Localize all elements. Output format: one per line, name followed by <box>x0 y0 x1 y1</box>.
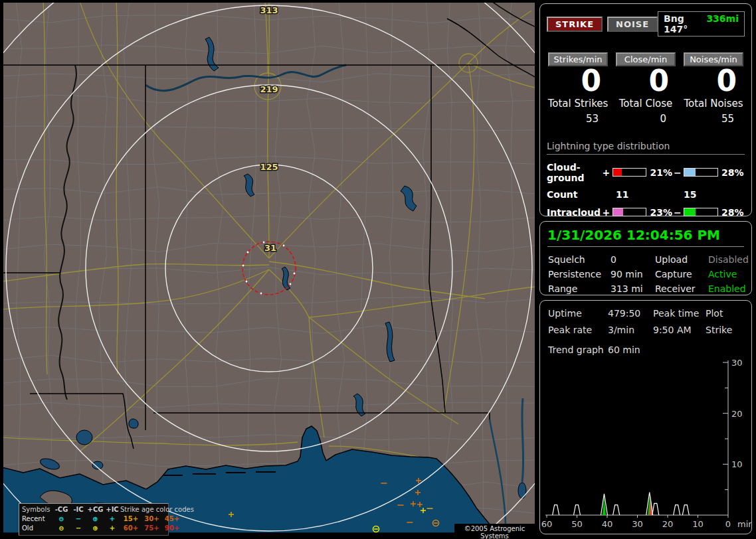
ic-positive-pct: 23% <box>648 207 673 218</box>
bearing-distance: 336mi <box>706 13 739 35</box>
map-legend: Symbols -CG -IC +CG +IC Strike age color… <box>19 503 169 536</box>
recent-neg-ic-icon: − <box>70 514 86 524</box>
noises-per-min-value: 0 <box>680 66 747 96</box>
legend-header-age: Strike age color codes <box>120 505 182 514</box>
cg-negative-count: 15 <box>684 189 696 200</box>
cloud-ground-label: Cloud-ground <box>547 162 602 183</box>
datetime-display: 1/31/2026 12:04:56 PM <box>547 227 744 247</box>
upload-status: Disabled <box>708 254 751 265</box>
upload-label: Upload <box>655 254 708 265</box>
plus-sign: + <box>602 207 611 218</box>
age-code-15: 15+ <box>120 514 142 524</box>
trend-graph-value: 60 min <box>608 345 751 355</box>
persistence-label: Persistence <box>548 269 611 279</box>
svg-text:0: 0 <box>725 519 731 529</box>
svg-text:313: 313 <box>260 5 278 15</box>
svg-text:30: 30 <box>731 358 743 368</box>
age-code-45: 45+ <box>162 514 182 524</box>
bearing-display: Bng 147° 336mi <box>658 11 745 37</box>
strikes-column: Strikes/min 0 Total Strikes 53 <box>544 52 612 125</box>
legend-header-pos-ic: +IC <box>104 505 120 514</box>
svg-text:20: 20 <box>731 409 743 419</box>
legend-row-old-label: Old <box>22 524 52 533</box>
minus-sign: − <box>673 207 682 218</box>
cg-negative-pct: 28% <box>720 167 745 178</box>
count-label: Count <box>547 189 616 200</box>
legend-header-pos-cg: +CG <box>86 505 104 514</box>
plot-value: Strike <box>706 325 751 335</box>
total-close-label: Total Close <box>612 98 680 110</box>
lightning-map[interactable]: 313 219 125 31 Symbols -CG -IC +CG +IC S… <box>3 3 535 533</box>
plus-sign: + <box>602 167 611 178</box>
legend-header-symbols: Symbols <box>22 505 52 514</box>
squelch-label: Squelch <box>548 254 611 265</box>
plot-label: Plot <box>706 308 751 319</box>
svg-text:30: 30 <box>632 519 643 529</box>
capture-status: Active <box>708 269 751 279</box>
recent-pos-ic-icon: + <box>104 514 120 524</box>
close-column: Close/min 0 Total Close 0 <box>612 52 680 125</box>
distribution-title: Lightning type distribution <box>547 141 745 155</box>
svg-text:20: 20 <box>662 519 674 529</box>
svg-text:31: 31 <box>264 243 276 253</box>
close-per-min-value: 0 <box>612 66 680 96</box>
capture-label: Capture <box>655 269 708 279</box>
strikes-per-min-value: 0 <box>544 66 612 96</box>
svg-text:50: 50 <box>571 519 583 529</box>
noise-toggle-button[interactable]: NOISE <box>607 17 658 32</box>
bearing-value: Bng 147° <box>664 13 698 35</box>
peak-time-label: Peak time <box>653 308 706 319</box>
cg-positive-pct: 21% <box>648 167 673 178</box>
age-code-60: 60+ <box>120 524 142 533</box>
peak-time-value: 9:50 AM <box>653 325 706 335</box>
svg-text:219: 219 <box>260 84 278 94</box>
ic-negative-pct: 28% <box>720 207 745 218</box>
legend-row-recent-label: Recent <box>22 514 52 524</box>
minus-sign: − <box>673 167 682 178</box>
age-code-75: 75+ <box>142 524 162 533</box>
total-noises-value: 55 <box>680 113 747 125</box>
total-close-value: 0 <box>612 113 680 125</box>
cloud-ground-count-row: Count 11 15 <box>547 189 745 200</box>
peak-rate-label: Peak rate <box>548 325 608 335</box>
svg-text:10: 10 <box>692 519 704 529</box>
trend-panel: Uptime 479:50 Peak time Plot Peak rate 3… <box>539 300 752 534</box>
intracloud-label: Intracloud <box>547 207 602 218</box>
legend-header-neg-cg: -CG <box>52 505 70 514</box>
old-neg-cg-icon: ⊖ <box>52 524 70 533</box>
legend-header-neg-ic: -IC <box>70 505 86 514</box>
lightning-distribution: Lightning type distribution Cloud-ground… <box>547 141 745 234</box>
total-strikes-value: 53 <box>544 113 612 125</box>
receiver-label: Receiver <box>655 283 708 294</box>
svg-text:60: 60 <box>541 519 553 529</box>
range-value: 313 mi <box>611 283 655 294</box>
ic-positive-bar <box>613 208 647 216</box>
map-canvas: 313 219 125 31 <box>3 3 535 533</box>
uptime-value: 479:50 <box>608 308 653 319</box>
range-label: Range <box>548 283 611 294</box>
svg-text:40: 40 <box>602 519 613 529</box>
svg-text:10: 10 <box>731 459 743 469</box>
uptime-label: Uptime <box>548 308 608 319</box>
cg-negative-bar <box>684 168 718 177</box>
total-noises-label: Total Noises <box>680 98 747 110</box>
strike-stats-panel: STRIKE NOISE Bng 147° 336mi Strikes/min … <box>539 3 752 216</box>
old-pos-cg-icon: ⊕ <box>86 524 104 533</box>
strike-toggle-button[interactable]: STRIKE <box>547 17 603 32</box>
persistence-value: 90 min <box>611 269 655 279</box>
recent-pos-cg-icon: ⊕ <box>86 514 104 524</box>
svg-text:125: 125 <box>260 162 278 172</box>
cg-positive-count: 11 <box>616 189 684 200</box>
svg-text:min: min <box>737 519 751 529</box>
intracloud-row: Intracloud + 23% − 28% <box>547 207 745 218</box>
recent-neg-cg-icon: ⊖ <box>52 514 70 524</box>
cg-positive-bar <box>613 168 647 177</box>
status-panel: 1/31/2026 12:04:56 PM Squelch 0 Upload D… <box>539 221 752 295</box>
age-code-30: 30+ <box>142 514 162 524</box>
peak-rate-value: 3/min <box>608 325 653 335</box>
noises-column: Noises/min 0 Total Noises 55 <box>680 52 747 125</box>
receiver-status: Enabled <box>708 283 751 294</box>
total-strikes-label: Total Strikes <box>544 98 612 110</box>
copyright-text: ©2005 Astrogenic Systems <box>454 524 535 534</box>
old-neg-ic-icon: − <box>70 524 86 533</box>
